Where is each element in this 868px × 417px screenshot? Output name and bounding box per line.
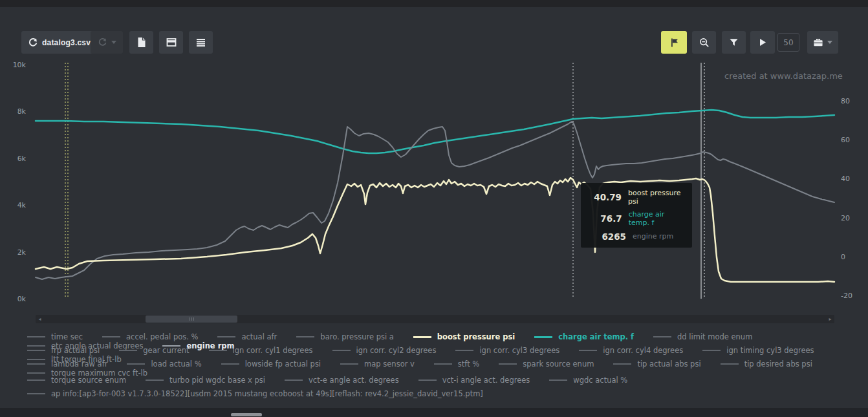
legend-line-swatch [217,336,235,337]
legend-item-actual-afr[interactable]: actual afr [217,332,277,341]
legend-line-swatch [455,350,473,351]
legend-item-load-actual-[interactable]: load actual % [127,359,201,369]
series-line-engine-rpm [36,122,834,279]
legend-label: ign corr. cyl1 degrees [233,346,313,355]
legend-line-swatch [418,380,437,381]
left-axis-tick: 10k [1,61,26,69]
scroll-thumb[interactable] [146,315,237,323]
legend-item-tip-actual-abs-psi[interactable]: tip actual abs psi [613,359,700,369]
right-axis-tick: 40 [841,175,850,183]
left-axis-tick: 2k [1,248,26,257]
legend-line-swatch [702,350,721,351]
legend-line-swatch [127,363,145,365]
legend-item-dd-limit-mode-enum[interactable]: dd limit mode enum [653,332,752,341]
legend-label: frp actual psi [51,346,100,355]
legend-item-tip-desired-abs-psi[interactable]: tip desired abs psi [721,359,812,369]
tooltip-series-label: charge air temp. f [629,210,686,227]
legend-item-time-sec[interactable]: time sec [27,332,83,341]
legend-line-swatch [27,380,45,381]
legend-label: spark source enum [523,359,594,369]
legend-label: vct-i angle act. degrees [442,376,530,385]
left-axis-tick: 0k [1,295,26,303]
legend-item-vct-i-angle-act-degrees[interactable]: vct-i angle act. degrees [418,376,530,385]
legend-item-gear-current[interactable]: gear current [119,346,189,355]
legend-label: gear current [143,346,189,355]
bottom-strip [0,408,868,417]
legend-item-map-sensor-v[interactable]: map sensor v [340,359,415,369]
series-line-charge-air-temp-f [36,110,834,153]
legend-item-accel-pedal-pos-[interactable]: accel. pedal pos. % [102,332,198,341]
legend-line-swatch [27,363,45,365]
legend-line-swatch [296,336,314,337]
legend-label: time sec [51,332,83,341]
legend-item-frp-actual-psi[interactable]: frp actual psi [27,346,100,355]
legend-item-wgdc-actual-[interactable]: wgdc actual % [549,376,627,385]
series-line-boost-pressure-psi [36,178,834,282]
legend-item-lowside-fp-actual-psi[interactable]: lowside fp actual psi [221,359,321,369]
series-legend: time secaccel. pedal pos. %actual afrbar… [27,332,843,400]
legend-line-swatch [332,350,351,351]
legend-label: lambda raw afr [51,359,107,369]
legend-item-charge-air-temp-f[interactable]: charge air temp. f [534,332,634,341]
legend-item-ign-timing-cyl3-degrees[interactable]: ign timing cyl3 degrees [702,346,814,355]
legend-line-swatch [119,350,137,351]
legend-label: stft % [458,359,479,369]
legend-line-swatch [27,336,45,337]
legend-line-swatch [721,363,739,365]
legend-label: ign corr. cyl4 degrees [603,346,683,355]
legend-line-swatch [613,363,631,365]
legend-item-vct-e-angle-act-degrees[interactable]: vct-e angle act. degrees [285,376,399,385]
tooltip-value: 6265 [587,231,626,242]
legend-label: wgdc actual % [573,376,627,385]
legend-line-swatch [549,380,567,381]
legend-line-swatch [27,393,45,394]
legend-line-swatch [579,350,597,351]
legend-label: ign timing cyl3 degrees [726,346,814,355]
tooltip-row: 6265engine rpm [587,231,686,242]
legend-item-ign-corr-cyl2-degrees[interactable]: ign corr. cyl2 degrees [332,346,437,355]
left-axis-tick: 4k [1,201,26,209]
legend-line-swatch [499,363,517,365]
legend-item-boost-pressure-psi[interactable]: boost pressure psi [413,332,515,341]
legend-item-lambda-raw-afr[interactable]: lambda raw afr [27,359,107,369]
legend-label: map sensor v [364,359,415,369]
legend-item-spark-source-enum[interactable]: spark source enum [499,359,594,369]
right-axis-tick: 60 [841,136,850,144]
page-horizontal-scrollbar-thumb[interactable] [231,413,262,416]
right-axis-tick: 20 [841,214,850,222]
legend-row: frp actual psigear currentign corr. cyl1… [27,346,843,359]
chart-tooltip: 40.79boost pressure psi76.7charge air te… [581,183,692,248]
legend-line-swatch [413,336,431,338]
legend-item-torque-source-enum[interactable]: torque source enum [27,376,126,385]
legend-item-stft-[interactable]: stft % [434,359,479,369]
legend-label: accel. pedal pos. % [126,332,198,341]
legend-line-swatch [27,350,45,351]
legend-label: boost pressure psi [437,332,515,341]
legend-item-ign-corr-cyl1-degrees[interactable]: ign corr. cyl1 degrees [209,346,313,355]
legend-item-baro-pressure-psi-a[interactable]: baro. pressure psi a [296,332,393,341]
legend-line-swatch [102,336,120,337]
chart-scrollbar[interactable]: ◂ ▸ [36,315,834,323]
legend-line-swatch [340,363,358,365]
tooltip-series-label: boost pressure psi [628,189,686,206]
legend-item-turbo-pid-wgdc-base-x-psi[interactable]: turbo pid wgdc base x psi [146,376,265,385]
legend-item-ign-corr-cyl3-degrees[interactable]: ign corr. cyl3 degrees [455,346,559,355]
legend-line-swatch [434,363,452,365]
legend-item-ap-info-ap3-for-003-v1-7-3-0-18522-usdm-[interactable]: ap info:[ap3-for-003 v1.7.3.0-18522][usd… [27,389,483,398]
legend-label: baro. pressure psi a [320,332,393,341]
legend-label: ap info:[ap3-for-003 v1.7.3.0-18522][usd… [51,389,483,398]
scroll-left-arrow-icon[interactable]: ◂ [36,315,43,323]
watermark-text: created at www.datazap.me [724,71,843,81]
legend-item-ign-corr-cyl4-degrees[interactable]: ign corr. cyl4 degrees [579,346,683,355]
tooltip-value: 76.7 [587,213,622,224]
legend-label: turbo pid wgdc base x psi [169,376,265,385]
legend-line-swatch [221,363,239,365]
legend-line-swatch [534,336,552,338]
scroll-right-arrow-icon[interactable]: ▸ [827,315,834,323]
right-axis-tick: 0 [841,253,845,261]
legend-row: ap info:[ap3-for-003 v1.7.3.0-18522][usd… [27,387,843,400]
legend-label: torque source enum [51,376,126,385]
left-axis-tick: 6k [1,155,26,163]
tooltip-value: 40.79 [587,192,622,202]
legend-label: vct-e angle act. degrees [309,376,399,385]
